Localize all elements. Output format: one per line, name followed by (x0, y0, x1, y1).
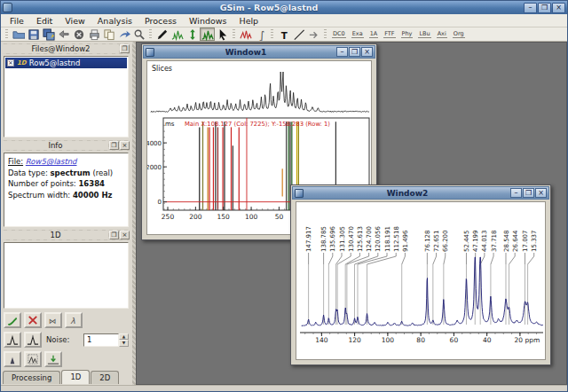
pen-green-button[interactable] (4, 312, 21, 328)
window1-restore-button[interactable]: ❒ (349, 47, 360, 57)
svg-text:∫: ∫ (258, 29, 264, 41)
peak-region-button[interactable] (24, 351, 42, 367)
process-lbu-button[interactable]: LBu (418, 30, 430, 38)
lambda-script-button[interactable]: λ (65, 312, 83, 328)
peak-label: 47.199 (472, 231, 479, 253)
x-tick-label: 80 (416, 336, 425, 344)
file-checkbox[interactable]: × (7, 59, 14, 67)
menu-analysis[interactable]: Analysis (91, 15, 138, 27)
stop-icon (73, 28, 85, 41)
peak-label: 72.651 (433, 231, 440, 253)
window2-titlebar[interactable]: Window2 – ❒ × (292, 186, 549, 200)
menu-edit[interactable]: Edit (30, 15, 59, 27)
tab-processing[interactable]: Processing (3, 371, 60, 384)
open-folder-button[interactable] (11, 27, 26, 41)
process-ftf-button[interactable]: FTF (383, 30, 395, 38)
file-1d-icon: 1D (17, 59, 27, 67)
peak-label: 52.445 (463, 231, 470, 253)
integral-button[interactable]: ∫ (253, 27, 268, 41)
window2-plot-area[interactable]: 147.917138.785135.696131.305130.470125.6… (296, 201, 546, 360)
menu-file[interactable]: File (4, 15, 30, 27)
files-panel-title: Files@Window2 (3, 44, 119, 53)
spectrum-green-button[interactable] (170, 27, 185, 41)
window2-minimize-button[interactable]: – (510, 188, 522, 198)
cursor-arrow-button[interactable] (215, 27, 230, 41)
window1-titlebar[interactable]: Window1 – ❒ × (143, 45, 375, 59)
noise-up-button[interactable]: ▲ (119, 333, 129, 341)
print-button[interactable] (86, 27, 101, 41)
stop-button[interactable] (71, 27, 86, 41)
info-panel-float-button[interactable]: ❐ (109, 141, 119, 150)
spectrum-green-icon (171, 28, 184, 41)
files-list[interactable]: × 1D Row5@lastnd (4, 56, 129, 137)
peak-pick-button[interactable] (4, 332, 21, 348)
cross-red-button[interactable] (24, 312, 42, 328)
process-phy-button[interactable]: Phy (401, 30, 414, 38)
toolbar-grip[interactable] (5, 29, 8, 40)
pan-arrow-button[interactable] (306, 27, 321, 41)
zoom-magnifier-button[interactable] (131, 27, 146, 41)
peak-label: 44.013 (481, 231, 488, 253)
noise-spinbox[interactable]: 1 ▲▼ (83, 333, 129, 347)
peaks-red-button[interactable] (238, 27, 253, 41)
peak-label: 91.496 (402, 230, 409, 252)
spectrum-select-button[interactable] (200, 27, 215, 41)
window2-close-button[interactable]: × (535, 188, 547, 198)
toolbar-grip[interactable] (324, 29, 327, 40)
save-all-button[interactable] (41, 27, 56, 41)
line-tool-button[interactable] (291, 27, 306, 41)
peak-label-connector (444, 253, 446, 264)
menu-help[interactable]: Help (233, 15, 264, 27)
toolbar-grip[interactable] (271, 29, 273, 40)
menu-windows[interactable]: Windows (183, 15, 233, 27)
process-axi-button[interactable]: Axi (437, 30, 447, 38)
multiplet-button[interactable]: ⋈ (44, 312, 62, 328)
zoom-magnifier-icon (133, 28, 146, 41)
process-dc0-button[interactable]: DC0 (332, 30, 346, 38)
noise-down-button[interactable]: ▼ (119, 340, 129, 347)
menu-process[interactable]: Process (138, 15, 183, 27)
peak-fit-button[interactable] (24, 332, 42, 348)
undo-arrow-button[interactable] (56, 27, 71, 41)
minimize-button[interactable]: – (524, 3, 537, 13)
info-file-value[interactable]: Row5@lastnd (26, 157, 77, 166)
info-panel-body: File: Row5@lastnd Data type: spectrum (r… (4, 153, 129, 227)
text-tool-button[interactable]: T (276, 27, 291, 41)
line-tool-icon (293, 28, 305, 41)
fit-vertical-button[interactable] (185, 27, 200, 41)
save-button[interactable] (26, 27, 41, 41)
copy-button[interactable] (101, 27, 116, 41)
marker-pen-button[interactable] (154, 27, 170, 41)
1d-panel-close-button[interactable]: × (120, 231, 130, 239)
process-org-button[interactable]: Org (453, 30, 465, 38)
1d-panel-float-button[interactable]: ❐ (109, 231, 119, 239)
file-list-item[interactable]: × 1D Row5@lastnd (5, 58, 127, 68)
child-window-2[interactable]: Window2 – ❒ × 147.917138.785135.696131.3… (290, 184, 551, 365)
files-panel-float-button[interactable]: ❐ (120, 44, 130, 53)
toolbar-grip[interactable] (233, 29, 235, 40)
window1-close-button[interactable]: × (361, 47, 373, 57)
peak-label: 37.718 (491, 231, 498, 253)
peak-label: 28.548 (503, 231, 510, 253)
tab-2d[interactable]: 2D (91, 371, 119, 384)
marker-pen-icon (156, 28, 169, 41)
peak-solid-button[interactable] (4, 351, 21, 367)
window1-minimize-button[interactable]: – (336, 47, 348, 57)
close-button[interactable]: × (552, 3, 565, 13)
export-blue-button[interactable] (116, 27, 131, 41)
info-panel-close-button[interactable]: × (120, 141, 130, 150)
process-1a-button[interactable]: 1A (369, 30, 379, 38)
peak-pick-icon (6, 333, 19, 346)
process-exa-button[interactable]: Exa (351, 30, 364, 38)
toolbar-grip[interactable] (149, 29, 152, 40)
tab-1d[interactable]: 1D (61, 370, 90, 384)
y-tick-label: 4000 (147, 140, 162, 147)
peak-label: 120.056 (375, 226, 382, 252)
info-datatype-line: Data type: spectrum (real) (8, 168, 124, 179)
window2-restore-button[interactable]: ❒ (523, 188, 534, 198)
noise-value[interactable]: 1 (83, 333, 119, 347)
maximize-button[interactable]: ❒ (538, 3, 551, 13)
peak-label-connector (509, 253, 516, 264)
baseline-green-button[interactable] (44, 351, 62, 367)
menu-view[interactable]: View (59, 15, 91, 27)
